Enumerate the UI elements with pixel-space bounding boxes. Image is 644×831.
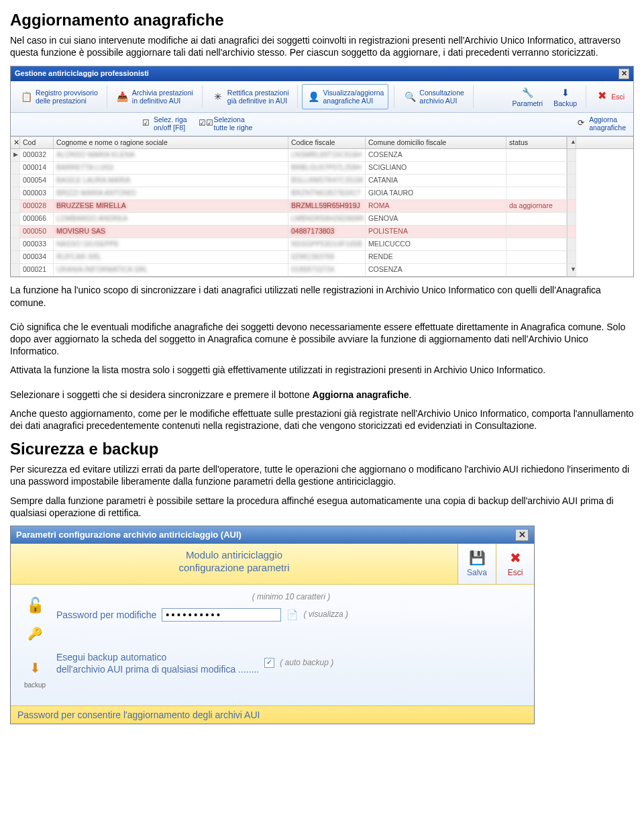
lock-icon[interactable]: 🔓 [26,596,44,616]
table-row[interactable]: 000003BRIZZI MARIA ANTONIOBRZNTN61B27E04… [11,187,633,200]
row-selector[interactable] [11,175,20,187]
cell-status [506,162,567,175]
backup-tab-label: backup [24,681,46,689]
scroll-down[interactable]: ▼ [567,264,576,277]
table-row[interactable]: 000050MOVISRU SAS04887173803POLISTENA [11,226,633,238]
ribbon-right-0[interactable]: 🔧Parametri [508,84,548,109]
dialog-header: Modulo antiriciclaggioconfigurazione par… [11,544,534,585]
table-row[interactable]: ▶000032ALONSO MARIA ELENALNSMRL69T15C616… [11,149,633,162]
scroll-track[interactable] [567,238,576,251]
ribbon-btn-4[interactable]: 🔍 Consultazionearchivio AUI [398,84,469,109]
cell-cod: 000054 [20,175,54,187]
ribbon-btn-0[interactable]: 📋 Registro provvisoriodelle prestazioni [15,84,103,109]
subbar-btn-0[interactable]: ☑Selez. rigaon/off [F8] [137,114,191,133]
cell-cod: 000028 [20,200,54,213]
reveal-icon[interactable]: 📄 [286,609,298,621]
cell-nome: URANIA INFORMATICA SRL [54,264,288,277]
col-cod[interactable]: Cod [20,137,54,149]
row-selector[interactable] [11,251,20,264]
cell-cod: 000014 [20,162,54,175]
col-status[interactable]: status [506,137,567,149]
para-5: Selezionare i soggetti che si desidera s… [10,389,634,401]
scroll-up[interactable]: ▲ [567,137,576,149]
row-selector[interactable] [11,213,20,226]
col-sel[interactable]: ✕ [11,137,20,149]
aggiorna-anagrafiche-button[interactable]: ⟳ Aggiornaanagrafiche [572,114,629,133]
ribbon-icon: 📥 [116,90,129,103]
cell-nome: MOVISRU SAS [54,226,288,238]
row-selector[interactable] [11,238,20,251]
ribbon-btn-3[interactable]: 👤 Visualizza/aggiornaanagrafiche AUI [302,84,388,109]
heading-aggiornamento: Aggiornamento anagrafiche [10,9,634,30]
check-icon: ☑☑ [201,118,211,129]
close-icon: ✖ [595,90,608,103]
col-nome[interactable]: Cognome e nome o ragione sociale [54,137,288,149]
ribbon-btn-2[interactable]: ✳ Rettifica prestazionigià definitive in… [207,84,294,109]
cell-cod: 000021 [20,264,54,277]
esci-button[interactable]: ✖Esci [590,84,629,109]
table-row[interactable]: 000014BARRETTA LUIGIBRBLGU57P07L259HSCIG… [11,162,633,175]
table-row[interactable]: 000034RUFCAR SRL02981393788RENDE [11,251,633,264]
scroll-track[interactable] [567,175,576,187]
autobackup-label-1: Esegui backup automatico [56,652,166,663]
save-button[interactable]: 💾 Salva [458,544,496,584]
row-selector[interactable] [11,226,20,238]
icon: 🔧 [521,86,534,99]
col-comune[interactable]: Comune domicilio fiscale [366,137,506,149]
cell-cod: 000003 [20,187,54,200]
cell-comune: POLISTENA [366,226,506,238]
cell-cf: BSLLRM57R47C351M [288,175,366,187]
cell-cf: BRZNTN61B27E041T [288,187,366,200]
scroll-track[interactable] [567,162,576,175]
scroll-track[interactable] [567,226,576,238]
scroll-track[interactable] [567,149,576,162]
para-6: Anche questo aggiornamento, come per le … [10,407,634,432]
key-icon[interactable]: 🔑 [28,626,42,642]
row-selector[interactable] [11,162,20,175]
row-selector[interactable]: ▶ [11,149,20,162]
check-icon: ☑ [140,118,151,129]
autobackup-checkbox[interactable]: ✓ [264,658,274,668]
ribbon-icon: 👤 [307,90,320,103]
ribbon-btn-1[interactable]: 📥 Archivia prestazioniin definitivo AUI [111,84,198,109]
col-cf[interactable]: Codice fiscale [288,137,366,149]
table-row[interactable]: 000021URANIA INFORMATICA SRL01858710734C… [11,264,633,277]
table-row[interactable]: 000066LOMBARDO ANDREALMBNDR58H26D969RGEN… [11,213,633,226]
cell-status [506,226,567,238]
ribbon-icon: ✳ [211,90,225,103]
para-7: Per sicurezza ed evitare utilizzi errati… [10,463,634,487]
window-gestione-antiriciclaggio: Gestione antiriciclaggio professionisti … [10,66,634,278]
data-grid[interactable]: ✕ Cod Cognome e nome o ragione sociale C… [11,136,633,277]
cell-cf: LMBNDR58H26D969R [288,213,366,226]
password-input[interactable] [162,608,281,622]
close-icon[interactable]: ✕ [619,68,629,79]
ribbon-right-1[interactable]: ⬇Backup [549,84,582,109]
row-selector[interactable] [11,187,20,200]
table-row[interactable]: 000028BRUZZESE MIRELLABRZMLL59R65H919JRO… [11,200,633,213]
titlebar: Gestione antiriciclaggio professionisti … [11,66,633,81]
autobackup-label-2: dell'archivio AUI prima di qualsiasi mod… [56,664,259,675]
subbar-btn-1[interactable]: ☑☑Selezionatutte le righe [197,114,256,133]
scroll-track[interactable] [567,200,576,213]
table-row[interactable]: 000054BASILE LAURA MARIABSLLRM57R47C351M… [11,175,633,187]
cell-cod: 000050 [20,226,54,238]
scroll-track[interactable] [567,213,576,226]
cell-nome: BRIZZI MARIA ANTONIO [54,187,288,200]
cell-comune: CATANIA [366,175,506,187]
scroll-track[interactable] [567,187,576,200]
cell-comune: GENOVA [366,213,506,226]
cell-cod: 000034 [20,251,54,264]
table-row[interactable]: 000033NASSO GIUSEPPENSSGPP53D14F105BMELI… [11,238,633,251]
row-selector[interactable] [11,264,20,277]
row-selector[interactable] [11,200,20,213]
cell-comune: MELICUCCO [366,238,506,251]
scroll-track[interactable] [567,251,576,264]
para-4: Attivata la funzione la lista mostra sol… [10,364,634,376]
cell-status [506,175,567,187]
dialog-subtitle: Modulo antiriciclaggioconfigurazione par… [11,544,458,584]
esci-button[interactable]: ✖ Esci [496,544,534,584]
backup-icon[interactable]: ⬇ [30,659,41,677]
cell-nome: LOMBARDO ANDREA [54,213,288,226]
close-icon[interactable]: ✕ [515,529,529,541]
window-title: Parametri configurazione archivio antiri… [16,530,241,541]
